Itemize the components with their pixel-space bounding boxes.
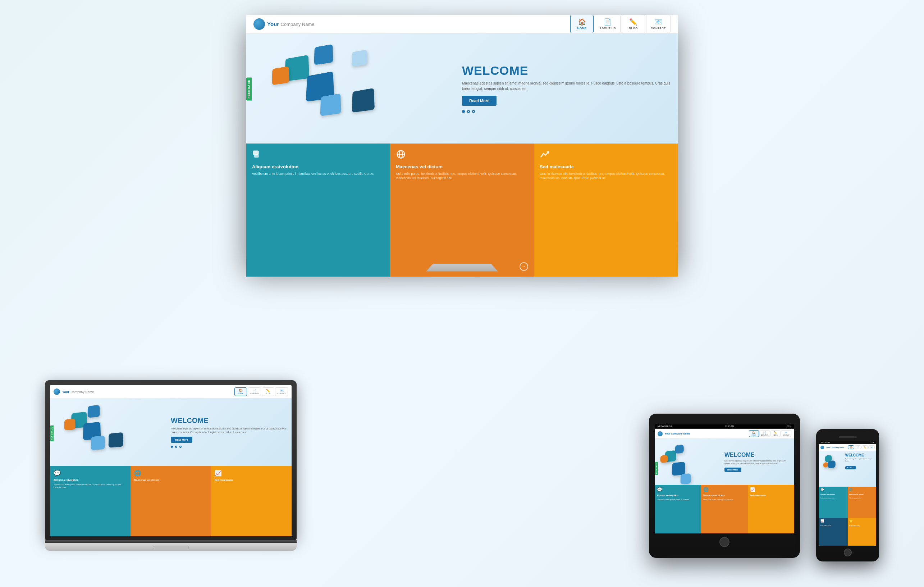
phone-contact-icon: 📧 (870, 446, 873, 448)
phone-hero: WELCOME Maecenas egestas sapien sit amet… (819, 451, 876, 487)
feature-card-2: Maecenas vel dictum Nulla odio purus, he… (390, 144, 534, 256)
nav-contact[interactable]: 📧 CONTACT (646, 25, 668, 33)
tablet-feat3-title: Sed malesuada (750, 494, 792, 496)
phone-blog-icon: ✏️ (864, 446, 866, 448)
smartphone: NETWORK 12:32 Your Company Name 🏠 (816, 429, 879, 561)
tablet-battery: 51% (787, 425, 791, 427)
laptop-home-label: HOME (238, 392, 243, 395)
about-icon: 📄 (604, 25, 612, 26)
monitor-stand-top (426, 264, 498, 271)
laptop-nav-home[interactable]: 🏠 HOME (234, 387, 247, 396)
laptop-logo-globe (54, 389, 60, 395)
laptop-feature-3: 📈 Sed malesuada (211, 466, 292, 536)
laptop-feature-2: 🌐 Maecenas vel dictum (130, 466, 211, 536)
tablet-website: Your Company Name 🏠 HOME 📄 ABOUT US (655, 429, 794, 533)
laptop-feat1-title: Aliquam eratvolution (54, 479, 127, 481)
laptop-screen: Your Company Name 🏠 HOME 📄 ABOU (50, 385, 292, 536)
feature-2-title: Maecenas vel dictum (396, 164, 528, 169)
tablet-tiles (655, 439, 721, 485)
nav-blog[interactable]: ✏️ BLOG (622, 25, 645, 33)
phone-hero-inner: WELCOME Maecenas egestas sapien sit amet… (821, 453, 874, 475)
logo-text: Your Company Name (267, 25, 314, 27)
laptop-logo-text: Your Company Name (62, 389, 94, 394)
logo-main: Your (267, 25, 279, 27)
carousel-dots (462, 110, 668, 113)
feature-2-text: Nulla odio purus, hendrerit ut facilisis… (396, 172, 528, 180)
tablet-nav-about[interactable]: 📄 ABOUT US (759, 430, 770, 437)
globe-icon (396, 149, 528, 162)
phone-logo-globe (820, 446, 824, 449)
laptop-globe-icon: 🌐 (134, 470, 208, 476)
phone-hero-title: WELCOME (845, 453, 874, 457)
phone-star-icon: ⭐ (849, 519, 875, 523)
tablet-logo-globe (658, 431, 663, 436)
tablet-nav-contact[interactable]: 📧 CONTACT (781, 430, 791, 437)
laptop-nav-contact[interactable]: 📧 CONTACT (275, 387, 288, 396)
laptop-hero-text: Maecenas egestas sapien sit amet magna l… (171, 427, 287, 434)
tablet-feedback: FEEDBACK (655, 462, 658, 475)
phone-feat2-title: Maecenas vel dictum (849, 493, 875, 495)
laptop-feature-1: 💬 Aliquam eratvolution Vestibulum ante i… (50, 466, 130, 536)
nav-about[interactable]: 📄 ABOUT US (595, 25, 620, 33)
blog-icon: ✏️ (629, 25, 637, 26)
tablet-blog-icon: ✏️ (774, 431, 777, 434)
tablet-home-button[interactable] (719, 537, 729, 547)
tablet-contact-icon: 📧 (784, 431, 788, 434)
floating-tiles (256, 33, 456, 144)
tablet-status-bar: NETWORK 3G 11:45 AM 51% (655, 425, 794, 428)
tablet-about-label: ABOUT US (761, 434, 768, 436)
tablet-screen: Your Company Name 🏠 HOME 📄 ABOUT US (655, 429, 794, 533)
phone-header: Your Company Name 🏠 📄 ✏️ (819, 444, 876, 451)
phone-nav-blog[interactable]: ✏️ (861, 445, 868, 449)
phone-feat3-title: Sed malesuada (820, 525, 846, 527)
phone-frame: NETWORK 12:32 Your Company Name 🏠 (816, 429, 879, 561)
phone-features: 💬 Aliquam eratvolution Vestibulum ante i… (819, 487, 876, 546)
phone-feat4-title: Sed malesuada (849, 525, 875, 527)
phone-chat-icon: 💬 (820, 488, 846, 491)
laptop-contact-icon: 📧 (280, 389, 284, 392)
laptop-read-more[interactable]: Read More (171, 437, 192, 443)
phone-nav-contact[interactable]: 📧 (868, 445, 875, 449)
tablet: NETWORK 3G 11:45 AM 51% Your Company Nam… (649, 413, 800, 558)
nav-home[interactable]: 🏠 HOME (570, 25, 594, 33)
phone-read-more[interactable]: Read More (845, 466, 856, 470)
laptop-header: Your Company Name 🏠 HOME 📄 ABOU (50, 385, 292, 398)
contact-icon: 📧 (654, 25, 662, 26)
phone-feature-2: 🌐 Maecenas vel dictum Nulla odio purus h… (848, 487, 876, 518)
tablet-hero-text: Maecenas egestas sapien sit amet magna l… (724, 460, 791, 465)
tablet-nav-home[interactable]: 🏠 HOME (749, 430, 759, 437)
nav-contact-label: CONTACT (651, 26, 666, 30)
laptop-contact-label: CONTACT (277, 392, 286, 395)
phone-nav: 🏠 📄 ✏️ 📧 (848, 445, 875, 449)
hero-title: WELCOME (462, 64, 668, 78)
phone-nav-home[interactable]: 🏠 (848, 445, 854, 449)
laptop-blog-label: BLOG (266, 392, 271, 395)
phone-chart-icon: 📈 (820, 519, 846, 523)
laptop-nav-blog[interactable]: ✏️ BLOG (262, 387, 274, 396)
dot-3 (472, 110, 475, 113)
monitor-website: Your Company Name 🏠 HOME 📄 ABOUT (256, 25, 668, 256)
monitor-screen: Your Company Name 🏠 HOME 📄 ABOUT (256, 25, 668, 256)
desktop-monitor: Your Company Name 🏠 HOME 📄 ABOUT (246, 15, 678, 276)
phone-nav-about[interactable]: 📄 (855, 445, 861, 449)
laptop-chat-icon: 💬 (54, 470, 127, 476)
read-more-button[interactable]: Read More (462, 96, 497, 106)
logo-globe-icon (256, 25, 265, 30)
phone-time: 12:32 (870, 441, 874, 443)
tablet-nav-blog[interactable]: ✏️ BLOG (771, 430, 780, 437)
chat-icon (256, 149, 384, 162)
tablet-contact-label: CONTACT (783, 434, 790, 436)
phone-home-button[interactable] (844, 549, 852, 556)
phone-hero-image (821, 453, 845, 475)
phone-about-icon: 📄 (857, 446, 859, 448)
phone-website: Your Company Name 🏠 📄 ✏️ (819, 444, 876, 546)
tablet-feature-1: 💬 Aliquam eratvolution Vestibulum ante i… (655, 485, 701, 533)
tablet-feat2-title: Maecenas vel dictum (703, 494, 745, 496)
laptop-home-icon: 🏠 (239, 389, 243, 392)
laptop-nav-about[interactable]: 📄 ABOUT US (248, 387, 261, 396)
laptop-about-icon: 📄 (252, 389, 256, 392)
tablet-read-more[interactable]: Read More (724, 468, 741, 472)
tablet-home-icon: 🏠 (752, 431, 756, 434)
laptop-feat3-title: Sed malesuada (214, 479, 288, 481)
phone-globe-icon: 🌐 (849, 488, 875, 491)
